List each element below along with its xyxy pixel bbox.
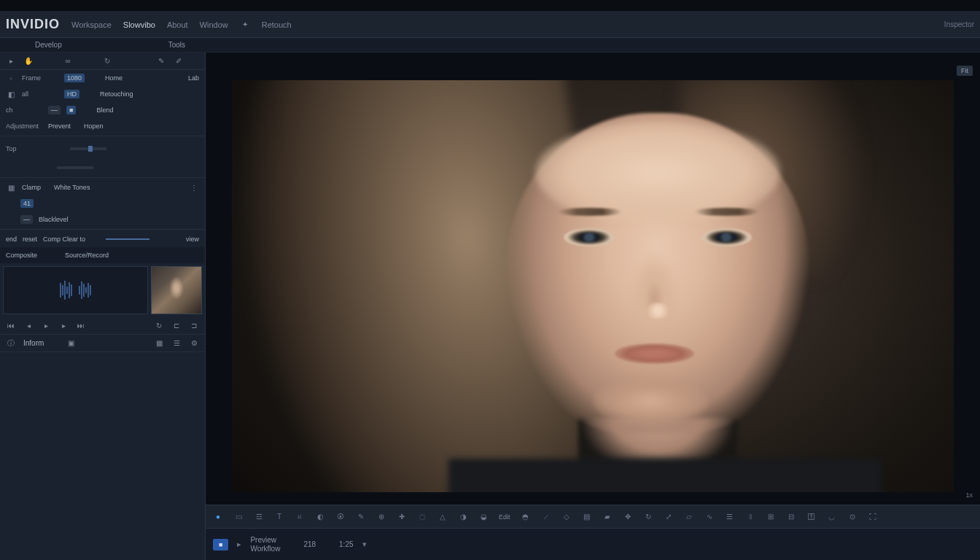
retouch-icon[interactable]: ✦ — [240, 20, 250, 30]
skip-fwd-icon[interactable]: ⏭ — [76, 321, 86, 331]
viewport-scale-badge: 1x — [965, 491, 973, 499]
gradient-icon[interactable]: ▤ — [582, 512, 592, 522]
crop-icon[interactable]: ⌗ — [295, 512, 305, 522]
menu-slowvibo[interactable]: Slowvibo — [123, 20, 155, 29]
fit-icon[interactable]: ⛶ — [868, 512, 878, 522]
hand-icon[interactable]: ✋ — [23, 56, 34, 66]
list-icon[interactable]: ☰ — [171, 338, 182, 349]
mini-waveform — [60, 279, 91, 301]
distribute-icon[interactable]: ⫴ — [745, 512, 755, 522]
tab-source[interactable]: Source/Record — [65, 252, 109, 259]
menu-window[interactable]: Window — [200, 20, 228, 29]
menu-tool-label: Retouch — [262, 20, 292, 29]
eyedrop-icon[interactable]: ⦿ — [335, 512, 346, 522]
skip-back-icon[interactable]: ⏮ — [6, 321, 16, 331]
hide-icon[interactable]: ◡ — [827, 512, 837, 522]
prop-adjustment: Adjustment Prevent Hopen — [0, 118, 205, 134]
prop-frame-field[interactable]: 1080 — [64, 74, 85, 82]
footer-a[interactable]: end — [6, 236, 17, 243]
ungroup-icon[interactable]: ⊟ — [786, 512, 796, 522]
frame-icon: ▫ — [6, 73, 16, 83]
bucket-icon[interactable]: ▰ — [602, 512, 612, 522]
burn-icon[interactable]: ◒ — [478, 512, 489, 522]
menu-about[interactable]: About — [167, 20, 188, 29]
prop-res-label: all — [22, 90, 58, 98]
prop-blend-field2[interactable]: ■ — [66, 106, 76, 114]
info-icon[interactable]: ⓘ — [6, 338, 16, 349]
dodge-icon[interactable]: ◑ — [458, 512, 468, 522]
pen-icon[interactable]: ✐ — [174, 56, 184, 66]
slider-2[interactable] — [57, 166, 93, 169]
sponge-icon[interactable]: ◓ — [521, 512, 531, 522]
group-icon[interactable]: ⊞ — [766, 512, 776, 522]
prop-blend: ch — ■ Blend — [0, 102, 205, 118]
pointer-icon[interactable]: ▸ — [6, 56, 16, 66]
warp-icon[interactable]: ∿ — [704, 512, 715, 522]
thumbnail-row — [0, 263, 205, 317]
prop-frame: ▫ Frame 1080 Home Lab — [0, 70, 205, 86]
mark-out-icon[interactable]: ⊐ — [189, 321, 199, 331]
layers-icon[interactable]: ☲ — [254, 512, 264, 522]
step-back-icon[interactable]: ◂ — [23, 321, 34, 331]
subbar-tools[interactable]: Tools — [168, 41, 185, 49]
rect-icon[interactable]: ▭ — [233, 512, 244, 522]
zoom-icon[interactable]: ⊙ — [847, 512, 858, 522]
footer-b[interactable]: reset — [23, 236, 37, 243]
waveform-panel[interactable] — [3, 266, 148, 314]
thumbnail-preview[interactable] — [151, 266, 202, 314]
prop-blend-field[interactable]: — — [48, 106, 61, 114]
mask-icon[interactable]: ◐ — [315, 512, 325, 522]
timeline-play-icon[interactable]: ▸ — [237, 540, 241, 549]
viewport-zoom-badge[interactable]: Fit — [957, 66, 973, 76]
step-fwd-icon[interactable]: ▸ — [58, 321, 69, 331]
sharpen-icon[interactable]: △ — [438, 512, 448, 522]
clamp-value[interactable]: 41 — [20, 199, 34, 208]
footer-c[interactable]: Comp Clear to — [43, 236, 85, 243]
prop-frame-value: Home — [105, 74, 122, 82]
prop-adj-value: Prevent — [48, 122, 71, 130]
stamp-icon[interactable]: ⊕ — [376, 512, 386, 522]
settings-icon[interactable]: ⚙ — [189, 338, 199, 349]
blacklevel-row: — Blacklevel — [0, 211, 205, 228]
timeline-preview-label: Preview — [250, 536, 280, 544]
align-icon[interactable]: ☰ — [725, 512, 735, 522]
shape-icon[interactable]: ◇ — [561, 512, 572, 522]
blur-icon[interactable]: ◌ — [417, 512, 427, 522]
path-icon[interactable]: ⟋ — [541, 512, 551, 522]
menu-right-label[interactable]: Inspector — [944, 20, 974, 28]
lock-icon[interactable]: ⚿ — [806, 512, 817, 522]
canvas[interactable] — [232, 80, 954, 492]
tab-composite[interactable]: Composite — [6, 252, 37, 259]
scale-icon[interactable]: ⤢ — [664, 512, 674, 522]
footer-d[interactable]: view — [186, 236, 199, 243]
timeline-stop-button[interactable]: ■ — [213, 539, 228, 551]
menubar: INVIDIO Workspace Slowvibo About Window … — [0, 12, 980, 38]
text-icon[interactable]: T — [274, 512, 284, 522]
play-icon[interactable]: ▸ — [41, 321, 51, 331]
loop-icon[interactable]: ∞ — [63, 56, 73, 66]
loop-icon[interactable]: ↻ — [154, 321, 164, 331]
sidebar-bottom-row: ⓘ Inform ▣ ▦ ☰ ⚙ — [0, 335, 205, 352]
menu-workspace[interactable]: Workspace — [71, 20, 112, 29]
subbar-develop[interactable]: Develop — [35, 41, 62, 49]
prop-res-field[interactable]: HD — [64, 90, 79, 98]
slider-top[interactable] — [70, 147, 106, 150]
brush-icon[interactable]: ✎ — [156, 56, 166, 66]
mark-in-icon[interactable]: ⊏ — [171, 321, 182, 331]
clamp-value-row: 41 — [0, 195, 205, 211]
grid-icon[interactable]: ▦ — [154, 338, 164, 349]
heal-icon[interactable]: ✚ — [397, 512, 407, 522]
folder-icon[interactable]: ▣ — [66, 338, 76, 349]
timeline-marker-icon[interactable]: ▾ — [362, 540, 367, 549]
footer-slider[interactable] — [106, 238, 149, 240]
brush-icon[interactable]: ✎ — [356, 512, 366, 522]
blacklevel-field[interactable]: — — [20, 215, 33, 224]
skew-icon[interactable]: ▱ — [684, 512, 694, 522]
section-top-label: Top — [6, 145, 42, 152]
clamp-toggle-icon[interactable]: ⋮ — [189, 182, 199, 192]
circle-icon[interactable]: ● — [213, 512, 223, 522]
rotate-icon[interactable]: ↻ — [643, 512, 653, 522]
move-icon[interactable]: ✥ — [623, 512, 633, 522]
viewport[interactable]: Fit 1x — [206, 52, 980, 505]
refresh-icon[interactable]: ↻ — [102, 56, 112, 66]
